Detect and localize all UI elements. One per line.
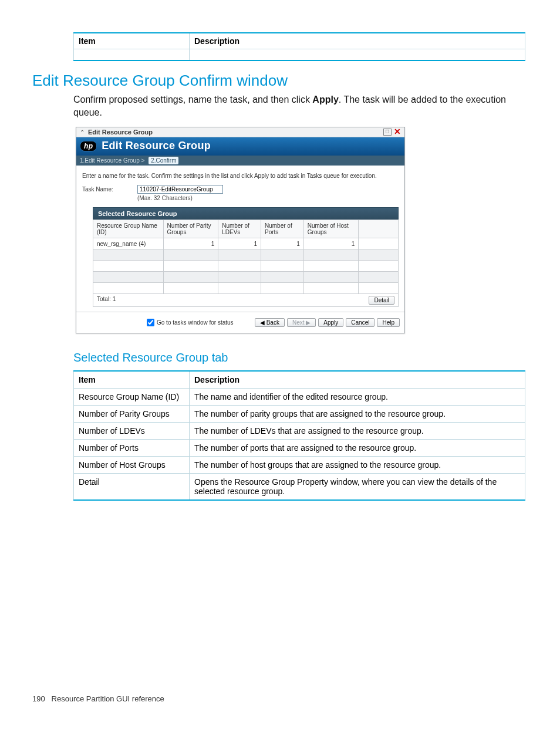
col-host-groups: Number of Host Groups xyxy=(303,220,359,238)
table-row: Resource Group Name (ID) The name and id… xyxy=(74,389,525,406)
table-row xyxy=(93,249,399,261)
wizard-step-separator: > xyxy=(141,157,145,164)
desc-item: Resource Group Name (ID) xyxy=(74,389,190,406)
top-table-empty-row xyxy=(74,49,525,61)
desc-text: The number of parity groups that are ass… xyxy=(190,406,525,423)
go-to-tasks-text: Go to tasks window for status xyxy=(157,319,234,326)
top-table-header-item: Item xyxy=(74,33,190,49)
wizard-step-1[interactable]: 1.Edit Resource Group xyxy=(80,157,140,164)
page-number: 190 xyxy=(32,694,45,703)
col-resource-group-name: Resource Group Name (ID) xyxy=(93,220,164,238)
desc-item: Number of Parity Groups xyxy=(74,406,190,423)
table-row xyxy=(93,272,399,283)
dialog-hint: Enter a name for the task. Confirm the s… xyxy=(82,173,399,179)
maximize-button[interactable]: □ xyxy=(383,129,392,136)
cancel-button[interactable]: Cancel xyxy=(346,318,375,327)
apply-button[interactable]: Apply xyxy=(318,318,343,327)
description-table: Item Description Resource Group Name (ID… xyxy=(73,370,525,501)
cell-hostgroups: 1 xyxy=(303,238,359,249)
total-label: Total: 1 xyxy=(97,296,369,305)
top-item-description-table: Item Description xyxy=(73,32,525,61)
cell-ldevs: 1 xyxy=(218,238,261,249)
cell-name: new_rsg_name (4) xyxy=(93,238,164,249)
table-row: Number of Parity Groups The number of pa… xyxy=(74,406,525,423)
dialog-button-bar: Go to tasks window for status ◀ Back Nex… xyxy=(76,312,404,333)
dialog-banner: hp Edit Resource Group xyxy=(76,137,404,156)
footer-section: Resource Partition GUI reference xyxy=(52,694,164,703)
intro-apply-word: Apply xyxy=(312,94,338,104)
hp-logo-icon: hp xyxy=(80,141,97,151)
collapse-icon[interactable]: ⌃ xyxy=(80,129,85,136)
back-button-label: Back xyxy=(266,319,279,326)
go-to-tasks-checkbox-label[interactable]: Go to tasks window for status xyxy=(144,317,234,328)
go-to-tasks-checkbox[interactable] xyxy=(147,319,154,326)
cell-parity: 1 xyxy=(163,238,218,249)
edit-resource-group-dialog: ⌃ Edit Resource Group □ ✕ hp Edit Resour… xyxy=(76,127,405,333)
next-button: Next ▶ xyxy=(287,318,316,327)
page-footer: 190 Resource Partition GUI reference xyxy=(32,694,164,703)
desc-text: The number of host groups that are assig… xyxy=(190,457,525,474)
desc-header-description: Description xyxy=(190,371,525,389)
top-table-header-description: Description xyxy=(190,33,525,49)
desc-item: Number of Host Groups xyxy=(74,457,190,474)
close-button[interactable]: ✕ xyxy=(394,129,401,135)
dialog-banner-title: Edit Resource Group xyxy=(102,140,211,152)
table-row: Number of Ports The number of ports that… xyxy=(74,440,525,457)
selected-resource-group-header: Selected Resource Group xyxy=(93,207,399,220)
cell-ports: 1 xyxy=(261,238,303,249)
col-ports: Number of Ports xyxy=(261,220,303,238)
desc-text: Opens the Resource Group Property window… xyxy=(190,474,525,501)
table-row: Number of Host Groups The number of host… xyxy=(74,457,525,474)
back-button[interactable]: ◀ Back xyxy=(255,318,285,327)
next-button-label: Next xyxy=(292,319,305,326)
section-heading: Edit Resource Group Confirm window xyxy=(32,72,525,90)
desc-text: The number of ports that are assigned to… xyxy=(190,440,525,457)
dialog-title: Edit Resource Group xyxy=(88,129,381,136)
wizard-step-2[interactable]: 2.Confirm xyxy=(149,157,178,164)
selected-resource-group-table: Resource Group Name (ID) Number of Parit… xyxy=(93,220,399,294)
desc-item: Number of LDEVs xyxy=(74,423,190,440)
table-row: Number of LDEVs The number of LDEVs that… xyxy=(74,423,525,440)
table-row xyxy=(93,283,399,294)
subsection-heading: Selected Resource Group tab xyxy=(73,351,525,364)
desc-text: The number of LDEVs that are assigned to… xyxy=(190,423,525,440)
col-ldevs: Number of LDEVs xyxy=(218,220,261,238)
help-button[interactable]: Help xyxy=(377,318,400,327)
table-row: Detail Opens the Resource Group Property… xyxy=(74,474,525,501)
task-name-underhint: (Max. 32 Characters) xyxy=(137,195,223,201)
wizard-steps: 1.Edit Resource Group > 2.Confirm xyxy=(76,156,404,166)
desc-header-item: Item xyxy=(74,371,190,389)
detail-button[interactable]: Detail xyxy=(369,296,394,305)
table-row xyxy=(93,261,399,272)
desc-item: Number of Ports xyxy=(74,440,190,457)
intro-paragraph: Confirm proposed settings, name the task… xyxy=(73,93,525,119)
desc-text: The name and identifier of the edited re… xyxy=(190,389,525,406)
dialog-titlebar: ⌃ Edit Resource Group □ ✕ xyxy=(76,127,404,137)
table-row[interactable]: new_rsg_name (4) 1 1 1 1 xyxy=(93,238,399,249)
col-parity-groups: Number of Parity Groups xyxy=(163,220,218,238)
task-name-input[interactable] xyxy=(137,185,223,194)
desc-item: Detail xyxy=(74,474,190,501)
col-spacer xyxy=(359,220,399,238)
task-name-label: Task Name: xyxy=(82,185,137,193)
intro-pre: Confirm proposed settings, name the task… xyxy=(73,94,312,104)
